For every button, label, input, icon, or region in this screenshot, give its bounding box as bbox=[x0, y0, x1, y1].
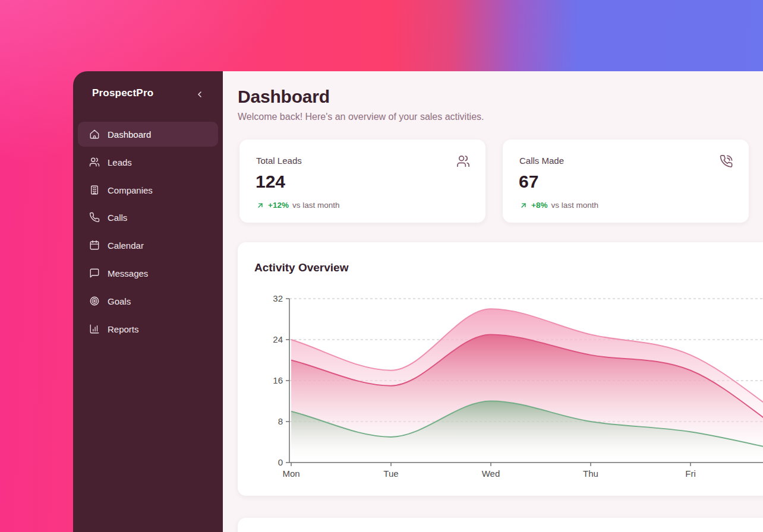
sidebar-item-messages[interactable]: Messages bbox=[78, 261, 218, 286]
x-tick-label: Tue bbox=[383, 468, 398, 479]
calendar-icon bbox=[89, 240, 100, 251]
page-subtitle: Welcome back! Here's an overview of your… bbox=[238, 112, 484, 122]
x-tick-label: Thu bbox=[583, 468, 598, 479]
sidebar-item-label: Leads bbox=[108, 157, 132, 167]
sidebar-item-label: Messages bbox=[108, 268, 148, 278]
trend-percent: +12% bbox=[268, 201, 289, 210]
sidebar-item-calls[interactable]: Calls bbox=[78, 205, 218, 230]
sidebar-item-dashboard[interactable]: Dashboard bbox=[78, 122, 218, 147]
sidebar-item-label: Calls bbox=[108, 213, 127, 223]
trend-percent: +8% bbox=[531, 201, 547, 210]
bar-chart-icon bbox=[89, 324, 100, 334]
users-icon bbox=[89, 157, 100, 167]
page-title: Dashboard bbox=[238, 87, 330, 107]
target-icon bbox=[89, 296, 100, 306]
sidebar-item-reports[interactable]: Reports bbox=[78, 316, 218, 341]
y-tick-label: 0 bbox=[278, 457, 283, 467]
sidebar-item-label: Calendar bbox=[108, 240, 144, 251]
sidebar-item-leads[interactable]: Leads bbox=[78, 150, 218, 175]
x-tick-label: Wed bbox=[482, 468, 500, 479]
chevron-left-icon bbox=[195, 90, 204, 99]
app-brand: ProspectPro bbox=[92, 87, 153, 99]
home-icon bbox=[89, 129, 100, 140]
y-tick-label: 32 bbox=[273, 293, 283, 303]
users-icon bbox=[456, 154, 470, 170]
phone-icon bbox=[89, 212, 100, 223]
sidebar-item-label: Reports bbox=[108, 324, 139, 334]
stat-card-total-leads: Total Leads 124 +12% vs last month bbox=[239, 140, 485, 223]
x-tick-label: Fri bbox=[685, 468, 696, 479]
sidebar-item-label: Goals bbox=[108, 296, 131, 306]
phone-call-icon bbox=[720, 154, 733, 170]
sidebar-collapse-button[interactable] bbox=[192, 87, 207, 102]
trend-suffix: vs last month bbox=[292, 201, 340, 210]
sidebar-item-companies[interactable]: Companies bbox=[78, 178, 218, 202]
stat-card-calls-made: Calls Made 67 +8% vs last month bbox=[503, 140, 749, 223]
arrow-up-right-icon bbox=[519, 201, 528, 210]
stat-value: 67 bbox=[519, 172, 538, 192]
arrow-up-right-icon bbox=[256, 201, 264, 210]
trend-suffix: vs last month bbox=[551, 201, 598, 210]
stat-value: 124 bbox=[256, 172, 285, 192]
y-tick-label: 24 bbox=[273, 334, 283, 344]
sidebar-item-goals[interactable]: Goals bbox=[78, 289, 218, 314]
activity-chart: 08162432MonTueWedThuFri bbox=[238, 242, 763, 496]
stat-trend: +8% vs last month bbox=[519, 201, 598, 210]
bottom-card-partial bbox=[238, 518, 763, 532]
y-tick-label: 8 bbox=[278, 416, 283, 426]
y-tick-label: 16 bbox=[273, 375, 283, 385]
stat-label: Calls Made bbox=[519, 156, 564, 166]
sidebar-item-calendar[interactable]: Calendar bbox=[78, 233, 218, 258]
stat-label: Total Leads bbox=[256, 156, 302, 166]
message-square-icon bbox=[89, 268, 100, 278]
x-tick-label: Mon bbox=[282, 468, 299, 479]
building-icon bbox=[89, 185, 100, 195]
sidebar-item-label: Dashboard bbox=[108, 129, 151, 140]
sidebar-item-label: Companies bbox=[108, 185, 153, 195]
stat-trend: +12% vs last month bbox=[256, 201, 339, 210]
